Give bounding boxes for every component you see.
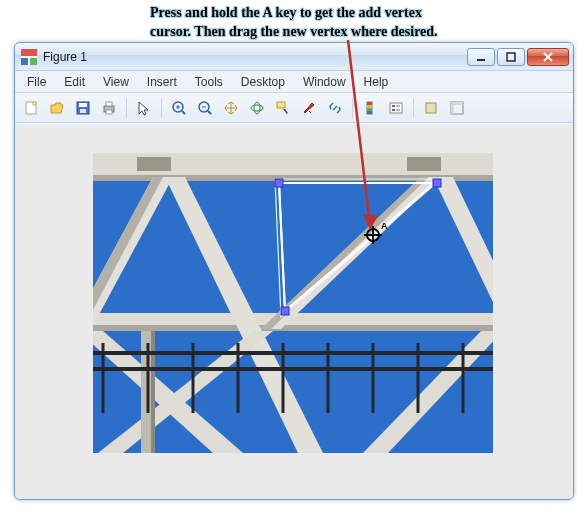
roi-vertex — [433, 179, 441, 187]
svg-rect-9 — [106, 102, 112, 106]
svg-text:A: A — [381, 221, 388, 231]
data-cursor-button[interactable] — [271, 96, 295, 120]
svg-rect-26 — [390, 103, 402, 113]
menu-view[interactable]: View — [95, 73, 137, 91]
svg-rect-38 — [137, 157, 171, 171]
toolbar-sep-2 — [161, 98, 162, 118]
svg-rect-34 — [454, 102, 463, 105]
zoom-in-button[interactable] — [167, 96, 191, 120]
toolbar — [15, 93, 573, 123]
roi-vertex — [281, 307, 289, 315]
svg-rect-10 — [106, 110, 112, 114]
annotation-line-1: Press and hold the A key to get the add … — [150, 5, 422, 20]
zoom-out-icon — [197, 100, 213, 116]
new-figure-button[interactable] — [19, 96, 43, 120]
minimize-icon — [476, 52, 486, 62]
print-button[interactable] — [97, 96, 121, 120]
svg-rect-7 — [80, 109, 86, 113]
pointer-icon — [136, 100, 152, 116]
svg-point-18 — [251, 105, 263, 111]
folder-open-icon — [49, 100, 65, 116]
data-cursor-icon — [275, 100, 291, 116]
open-button[interactable] — [45, 96, 69, 120]
figure-canvas[interactable]: A — [15, 125, 573, 499]
svg-rect-22 — [367, 102, 372, 105]
save-button[interactable] — [71, 96, 95, 120]
hide-tools-button[interactable] — [419, 96, 443, 120]
toolbar-sep-4 — [413, 98, 414, 118]
svg-line-12 — [182, 111, 185, 114]
svg-rect-41 — [93, 325, 493, 331]
svg-rect-25 — [367, 111, 372, 114]
pan-icon — [223, 100, 239, 116]
svg-rect-39 — [407, 157, 441, 171]
maximize-button[interactable] — [497, 48, 525, 66]
roi-vertex — [275, 179, 283, 187]
layout-compact-icon — [423, 100, 439, 116]
toolbar-sep-1 — [126, 98, 127, 118]
edit-plot-button[interactable] — [132, 96, 156, 120]
svg-rect-23 — [367, 105, 372, 108]
annotation-text: Press and hold the A key to get the add … — [150, 4, 580, 42]
svg-rect-1 — [507, 53, 515, 61]
colorbar-button[interactable] — [358, 96, 382, 120]
menu-edit[interactable]: Edit — [56, 73, 93, 91]
annotation-line-2: cursor. Then drag the new vertex where d… — [150, 24, 438, 39]
brush-icon — [301, 100, 317, 116]
link-button[interactable] — [323, 96, 347, 120]
close-button[interactable] — [527, 48, 569, 66]
window-title: Figure 1 — [43, 50, 467, 64]
toolbar-sep-3 — [352, 98, 353, 118]
brush-button[interactable] — [297, 96, 321, 120]
link-icon — [327, 100, 343, 116]
svg-line-16 — [208, 111, 211, 114]
svg-rect-52 — [151, 331, 155, 453]
rotate-3d-button[interactable] — [245, 96, 269, 120]
colorbar-icon — [362, 100, 378, 116]
svg-rect-20 — [277, 102, 285, 108]
svg-rect-4 — [26, 102, 36, 114]
layout-expand-icon — [449, 100, 465, 116]
menu-help[interactable]: Help — [356, 73, 397, 91]
rotate-icon — [249, 100, 265, 116]
svg-rect-33 — [451, 102, 454, 114]
menu-file[interactable]: File — [19, 73, 54, 91]
menu-insert[interactable]: Insert — [139, 73, 185, 91]
figure-window: Figure 1 File Edit View Insert Tools Des… — [14, 42, 574, 500]
new-file-icon — [23, 100, 39, 116]
image-content: A — [93, 153, 493, 453]
svg-rect-6 — [79, 103, 87, 107]
print-icon — [101, 100, 117, 116]
maximize-icon — [506, 52, 516, 62]
save-icon — [75, 100, 91, 116]
svg-rect-31 — [426, 103, 436, 113]
zoom-in-icon — [171, 100, 187, 116]
titlebar: Figure 1 — [15, 43, 573, 71]
close-icon — [542, 52, 554, 62]
window-buttons — [467, 48, 569, 66]
menu-window[interactable]: Window — [295, 73, 354, 91]
image-axes[interactable]: A — [93, 153, 493, 453]
legend-button[interactable] — [384, 96, 408, 120]
pan-button[interactable] — [219, 96, 243, 120]
menu-tools[interactable]: Tools — [187, 73, 231, 91]
legend-icon — [388, 100, 404, 116]
menu-desktop[interactable]: Desktop — [233, 73, 293, 91]
matlab-icon — [21, 49, 37, 65]
menubar: File Edit View Insert Tools Desktop Wind… — [15, 71, 573, 93]
zoom-out-button[interactable] — [193, 96, 217, 120]
svg-point-19 — [254, 102, 260, 114]
svg-rect-24 — [367, 108, 372, 111]
show-tools-button[interactable] — [445, 96, 469, 120]
minimize-button[interactable] — [467, 48, 495, 66]
